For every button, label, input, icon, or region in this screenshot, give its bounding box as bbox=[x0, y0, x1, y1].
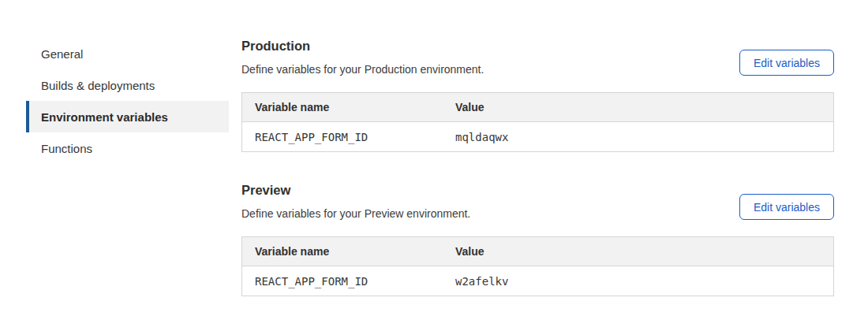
column-header-value: Value bbox=[443, 237, 834, 266]
preview-section: Preview Define variables for your Previe… bbox=[241, 184, 834, 296]
column-header-variable-name: Variable name bbox=[242, 237, 443, 266]
sidebar-item-functions[interactable]: Functions bbox=[26, 132, 229, 164]
column-header-value: Value bbox=[443, 93, 834, 122]
table-header-row: Variable name Value bbox=[242, 237, 834, 266]
settings-sidebar: General Builds & deployments Environment… bbox=[26, 38, 229, 164]
production-section: Production Define variables for your Pro… bbox=[241, 39, 834, 152]
variable-value-cell: mqldaqwx bbox=[443, 122, 834, 152]
variable-name-cell: REACT_APP_FORM_ID bbox=[242, 266, 443, 296]
production-edit-variables-button[interactable]: Edit variables bbox=[739, 50, 834, 76]
variable-value-cell: w2afelkv bbox=[443, 266, 834, 296]
column-header-variable-name: Variable name bbox=[242, 93, 443, 122]
table-row: REACT_APP_FORM_ID w2afelkv bbox=[242, 266, 834, 296]
preview-edit-variables-button[interactable]: Edit variables bbox=[739, 194, 834, 220]
variable-name-cell: REACT_APP_FORM_ID bbox=[242, 122, 443, 152]
table-row: REACT_APP_FORM_ID mqldaqwx bbox=[242, 122, 834, 152]
sidebar-item-general[interactable]: General bbox=[26, 38, 229, 69]
production-variables-table: Variable name Value REACT_APP_FORM_ID mq… bbox=[241, 92, 834, 152]
table-header-row: Variable name Value bbox=[242, 93, 834, 122]
sidebar-item-environment-variables[interactable]: Environment variables bbox=[26, 101, 229, 132]
preview-variables-table: Variable name Value REACT_APP_FORM_ID w2… bbox=[241, 236, 834, 296]
sidebar-item-builds-deployments[interactable]: Builds & deployments bbox=[26, 69, 229, 101]
environment-variables-panel: Production Define variables for your Pro… bbox=[241, 39, 834, 296]
